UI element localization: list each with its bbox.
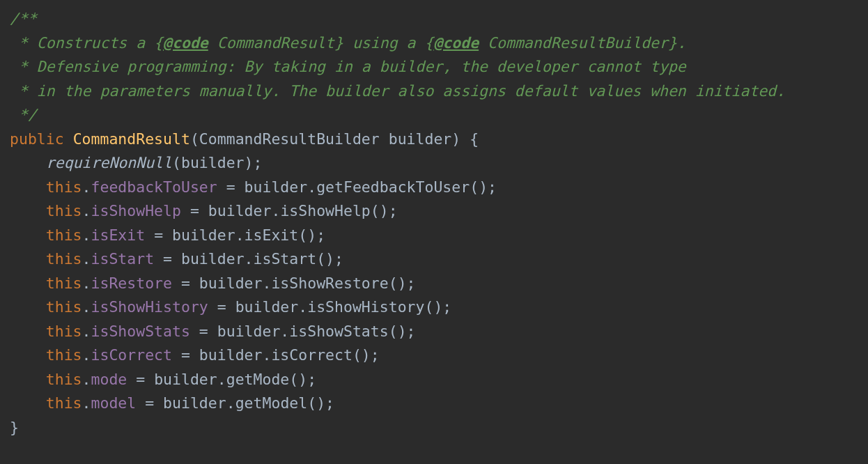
method-call: isShowHelp (280, 202, 370, 219)
parens-semi: (); (316, 250, 343, 268)
equals: = (217, 178, 245, 196)
javadoc-line: * in the parameters manually. The builde… (10, 82, 785, 100)
field: feedbackToUser (91, 178, 217, 196)
var: builder (154, 371, 217, 388)
field: isCorrect (91, 346, 173, 364)
dot: . (262, 346, 271, 364)
method-call: getFeedbackToUser (316, 178, 470, 196)
dot: . (307, 178, 316, 196)
dot: . (235, 226, 245, 244)
keyword-this: this (46, 394, 82, 412)
dot: . (245, 250, 254, 268)
dot: . (226, 394, 235, 412)
var: builder (181, 250, 245, 268)
dot: . (82, 323, 91, 340)
equals: = (190, 323, 217, 340)
var: builder (163, 394, 226, 412)
javadoc-close: */ (10, 106, 37, 123)
param-name: builder (389, 130, 452, 148)
field: isExit (91, 226, 146, 244)
field: isRestore (91, 274, 173, 292)
keyword-this: this (46, 226, 82, 244)
field: isShowStats (91, 323, 190, 340)
field: mode (91, 371, 127, 388)
parens-semi: (); (371, 202, 398, 219)
method-call: isShowRestore (271, 274, 388, 292)
dot: . (82, 346, 91, 364)
dot: . (82, 250, 91, 268)
parens-semi: (); (389, 323, 416, 340)
method-call: isExit (245, 226, 299, 244)
keyword-public: public (10, 130, 64, 148)
javadoc-line: * Constructs a { (10, 34, 163, 52)
dot: . (82, 298, 91, 316)
dot: . (82, 274, 91, 292)
parens-semi: (); (389, 274, 416, 292)
dot: . (298, 298, 307, 316)
javadoc-open: /** (10, 10, 37, 27)
var: builder (208, 202, 272, 219)
dot: . (82, 178, 91, 196)
method-call: requireNonNull (46, 154, 172, 171)
param-type: CommandResultBuilder (199, 130, 380, 148)
method-call: isCorrect (271, 346, 352, 364)
var: builder (199, 274, 263, 292)
parens-semi: (); (424, 298, 451, 316)
parens-semi: (); (289, 371, 316, 388)
arg-parens: (builder); (172, 154, 262, 171)
field: model (91, 394, 137, 412)
javadoc-line: CommandResult} using a { (208, 34, 434, 52)
var: builder (217, 323, 281, 340)
var: builder (245, 178, 308, 196)
parens-semi: (); (298, 226, 325, 244)
javadoc-line: * Defensive programming: By taking in a … (10, 58, 686, 75)
equals: = (172, 274, 199, 292)
keyword-this: this (46, 202, 82, 219)
dot: . (262, 274, 271, 292)
paren-open: ( (190, 130, 199, 148)
method-call: getMode (226, 371, 290, 388)
dot: . (82, 226, 91, 244)
keyword-this: this (46, 323, 82, 340)
equals: = (172, 346, 199, 364)
code-editor[interactable]: /** * Constructs a {@code CommandResult}… (0, 0, 868, 447)
parens-semi: (); (352, 346, 380, 364)
dot: . (82, 371, 91, 388)
equals: = (145, 226, 172, 244)
parens-semi: (); (470, 178, 497, 196)
method-call: isShowHistory (307, 298, 424, 316)
dot: . (217, 371, 226, 388)
brace-close: } (10, 419, 19, 436)
dot: . (280, 323, 289, 340)
javadoc-tag: @code (163, 34, 208, 52)
keyword-this: this (46, 371, 82, 388)
equals: = (208, 298, 235, 316)
paren-close-brace: ) { (451, 130, 479, 148)
javadoc-tag: @code (433, 34, 479, 52)
method-call: getModel (235, 394, 308, 412)
keyword-this: this (46, 274, 82, 292)
keyword-this: this (46, 346, 82, 364)
equals: = (136, 394, 163, 412)
method-call: isStart (254, 250, 317, 268)
var: builder (235, 298, 299, 316)
parens-semi: (); (307, 394, 334, 412)
var: builder (199, 346, 263, 364)
dot: . (82, 202, 91, 219)
equals: = (127, 371, 154, 388)
equals: = (181, 202, 208, 219)
javadoc-line: CommandResultBuilder}. (479, 34, 686, 52)
field: isShowHistory (91, 298, 208, 316)
equals: = (154, 250, 181, 268)
var: builder (172, 226, 235, 244)
method-call: isShowStats (289, 323, 388, 340)
keyword-this: this (46, 250, 82, 268)
field: isShowHelp (91, 202, 181, 219)
dot: . (82, 394, 91, 412)
field: isStart (91, 250, 155, 268)
keyword-this: this (46, 178, 82, 196)
dot: . (271, 202, 280, 219)
keyword-this: this (46, 298, 82, 316)
constructor-name: CommandResult (73, 130, 190, 148)
